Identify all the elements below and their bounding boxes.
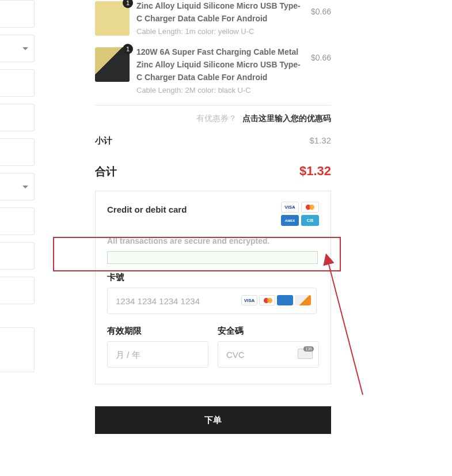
accepted-cards: VISA AMEX CB	[279, 202, 319, 226]
visa-icon: VISA	[241, 295, 257, 305]
secure-input[interactable]	[107, 251, 318, 264]
product-title: Zinc Alloy Liquid Silicone Micro USB Typ…	[136, 0, 304, 25]
form-dropdown[interactable]	[0, 173, 35, 201]
form-field[interactable]	[0, 0, 35, 28]
expiry-field[interactable]	[116, 342, 200, 367]
product-variant: Cable Length: 1m color: yellow U-C	[136, 27, 304, 36]
product-row: 1 Zinc Alloy Liquid Silicone Micro USB T…	[95, 0, 331, 36]
card-brand-icons: VISA	[241, 295, 311, 305]
product-image: 1	[95, 1, 130, 36]
form-field[interactable]	[0, 207, 35, 235]
form-dropdown[interactable]	[0, 35, 35, 62]
mastercard-icon	[301, 202, 319, 213]
payment-title: Credit or debit card	[107, 202, 187, 214]
form-field[interactable]	[0, 138, 35, 166]
product-price: $0.66	[311, 46, 331, 62]
checkout-panel: 1 Zinc Alloy Liquid Silicone Micro USB T…	[95, 0, 331, 434]
form-textarea[interactable]	[0, 327, 35, 372]
product-variant: Cable Length: 2M color: black U-C	[136, 86, 304, 95]
product-row: 1 120W 6A Super Fast Charging Cable Meta…	[95, 46, 331, 95]
cvc-label: 安全碼	[218, 326, 319, 337]
product-price: $0.66	[311, 0, 331, 16]
expiry-input[interactable]	[107, 341, 208, 368]
coupon-row: 有优惠券？ 点击这里输入您的优惠码	[95, 114, 331, 124]
total-amount: $1.32	[299, 164, 331, 179]
form-field[interactable]	[0, 69, 35, 97]
qty-badge: 1	[123, 0, 133, 8]
total-label: 合计	[95, 164, 117, 179]
subtotal-amount: $1.32	[309, 135, 331, 146]
qty-badge: 1	[123, 44, 133, 54]
payment-card-box: Credit or debit card VISA AMEX CB All tr…	[95, 191, 331, 384]
svg-line-0	[328, 262, 363, 395]
secure-note: All transactions are secure and encrypte…	[107, 236, 319, 245]
expiry-label: 有效期限	[107, 326, 208, 337]
coupon-question: 有优惠券？	[196, 114, 237, 123]
cvc-input[interactable]	[218, 341, 319, 368]
coupon-link[interactable]: 点击这里输入您的优惠码	[242, 114, 331, 123]
discover-icon	[295, 295, 311, 305]
visa-icon: VISA	[281, 202, 299, 213]
cvc-hint-icon	[298, 349, 313, 359]
product-title: 120W 6A Super Fast Charging Cable Metal …	[136, 46, 304, 84]
form-field[interactable]	[0, 277, 35, 304]
total-row: 合计 $1.32	[95, 164, 331, 179]
product-image: 1	[95, 47, 130, 82]
amex-icon	[277, 295, 293, 305]
left-form-column	[0, 0, 35, 379]
amex-icon: AMEX	[281, 215, 299, 226]
submit-order-button[interactable]: 下单	[95, 406, 331, 434]
card-number-label: 卡號	[107, 272, 319, 283]
subtotal-label: 小计	[95, 135, 112, 146]
divider	[95, 105, 331, 105]
form-field[interactable]	[0, 242, 35, 270]
mastercard-icon	[259, 295, 275, 305]
form-field[interactable]	[0, 104, 35, 131]
cb-icon: CB	[301, 215, 319, 226]
subtotal-row: 小计 $1.32	[95, 135, 331, 146]
